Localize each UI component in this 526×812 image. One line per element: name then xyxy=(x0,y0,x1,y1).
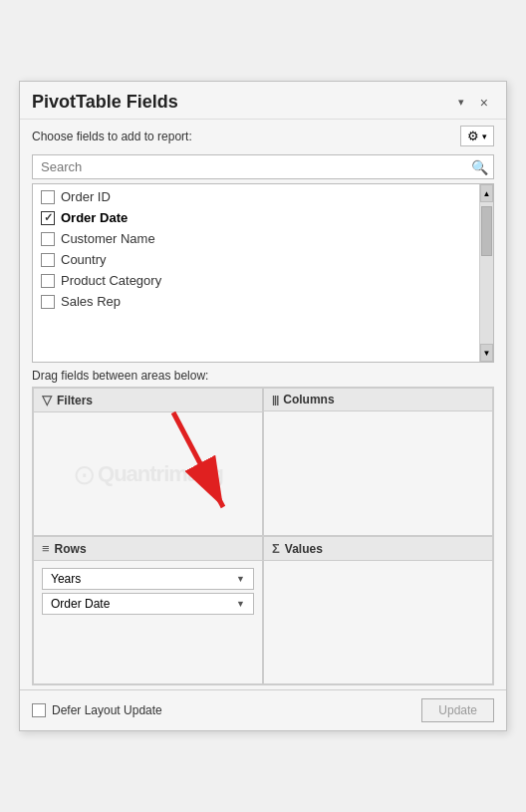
values-area[interactable]: Σ Values xyxy=(263,536,493,684)
field-item-order-date[interactable]: Order Date xyxy=(33,207,493,228)
field-item-customer-name[interactable]: Customer Name xyxy=(33,228,493,249)
rows-chip-label-0: Years xyxy=(51,572,81,586)
close-button[interactable]: × xyxy=(474,93,494,113)
field-checkbox-country[interactable] xyxy=(41,253,55,267)
scrollbar-thumb[interactable] xyxy=(481,206,492,256)
filters-label: Filters xyxy=(57,394,93,407)
values-label: Values xyxy=(285,542,323,556)
columns-body xyxy=(264,411,492,535)
rows-chip-0[interactable]: Years▼ xyxy=(42,568,254,590)
watermark-icon: ⊙ xyxy=(73,457,96,490)
scrollbar[interactable]: ▲ ▼ xyxy=(479,184,493,362)
rows-icon: ≡ xyxy=(42,541,50,556)
drag-label: Drag fields between areas below: xyxy=(20,363,506,387)
defer-checkbox[interactable] xyxy=(32,703,46,717)
gear-icon: ⚙ xyxy=(467,129,479,143)
field-item-product-category[interactable]: Product Category xyxy=(33,270,493,291)
scrollbar-track xyxy=(480,202,493,344)
search-row: 🔍 xyxy=(20,150,506,183)
field-label-order-date: Order Date xyxy=(61,210,128,225)
gear-dropdown-arrow: ▾ xyxy=(482,132,487,141)
panel-footer: Defer Layout Update Update xyxy=(20,689,506,730)
columns-area[interactable]: ||| Columns xyxy=(263,388,493,536)
rows-chip-arrow-1[interactable]: ▼ xyxy=(236,599,245,609)
field-label-product-category: Product Category xyxy=(61,273,161,288)
update-button[interactable]: Update xyxy=(421,698,494,722)
field-list: Order IDOrder DateCustomer NameCountryPr… xyxy=(32,183,494,363)
rows-chip-label-1: Order Date xyxy=(51,597,110,611)
field-checkbox-order-date[interactable] xyxy=(41,211,55,225)
watermark-text: Quantrimang xyxy=(98,461,223,487)
field-label-customer-name: Customer Name xyxy=(61,231,155,246)
choose-fields-label: Choose fields to add to report: xyxy=(32,130,192,143)
rows-area[interactable]: ≡ Rows Years▼Order Date▼ xyxy=(33,536,263,684)
header-controls: ▾ × xyxy=(454,93,494,113)
columns-header: ||| Columns xyxy=(264,389,492,411)
choose-fields-row: Choose fields to add to report: ⚙ ▾ xyxy=(20,120,506,150)
filters-header: ▽ Filters xyxy=(34,389,262,412)
defer-label: Defer Layout Update xyxy=(52,703,162,717)
header-dropdown-btn[interactable]: ▾ xyxy=(454,94,468,111)
rows-body: Years▼Order Date▼ xyxy=(34,561,262,683)
field-checkbox-sales-rep[interactable] xyxy=(41,295,55,309)
field-label-country: Country xyxy=(61,252,107,267)
scrollbar-down-btn[interactable]: ▼ xyxy=(480,344,493,362)
search-icon[interactable]: 🔍 xyxy=(471,159,488,175)
field-list-inner: Order IDOrder DateCustomer NameCountryPr… xyxy=(33,184,493,362)
values-body xyxy=(264,561,492,683)
values-header: Σ Values xyxy=(264,537,492,561)
panel-title: PivotTable Fields xyxy=(32,92,178,113)
rows-header: ≡ Rows xyxy=(34,537,262,561)
gear-settings-button[interactable]: ⚙ ▾ xyxy=(460,126,494,146)
field-item-country[interactable]: Country xyxy=(33,249,493,270)
field-checkbox-product-category[interactable] xyxy=(41,274,55,288)
field-label-sales-rep: Sales Rep xyxy=(61,294,121,309)
values-icon: Σ xyxy=(272,541,280,556)
rows-chip-arrow-0[interactable]: ▼ xyxy=(236,574,245,584)
filters-area[interactable]: ▽ Filters ⊙ Quantrimang xyxy=(33,388,263,536)
rows-chip-1[interactable]: Order Date▼ xyxy=(42,593,254,615)
columns-label: Columns xyxy=(283,393,334,406)
defer-layout-row: Defer Layout Update xyxy=(32,703,162,717)
areas-grid: ▽ Filters ⊙ Quantrimang xyxy=(32,387,494,685)
columns-icon: ||| xyxy=(272,394,278,406)
field-item-order-id[interactable]: Order ID xyxy=(33,186,493,207)
filter-icon: ▽ xyxy=(42,393,52,407)
watermark: ⊙ Quantrimang xyxy=(73,457,223,490)
pivottable-fields-panel: PivotTable Fields ▾ × Choose fields to a… xyxy=(19,81,507,731)
search-input[interactable] xyxy=(32,154,494,179)
field-checkbox-order-id[interactable] xyxy=(41,190,55,204)
field-item-sales-rep[interactable]: Sales Rep xyxy=(33,291,493,312)
panel-header: PivotTable Fields ▾ × xyxy=(20,82,506,120)
filters-body: ⊙ Quantrimang xyxy=(34,412,262,535)
scrollbar-up-btn[interactable]: ▲ xyxy=(480,184,493,202)
rows-label: Rows xyxy=(55,542,87,556)
field-checkbox-customer-name[interactable] xyxy=(41,232,55,246)
field-label-order-id: Order ID xyxy=(61,189,111,204)
